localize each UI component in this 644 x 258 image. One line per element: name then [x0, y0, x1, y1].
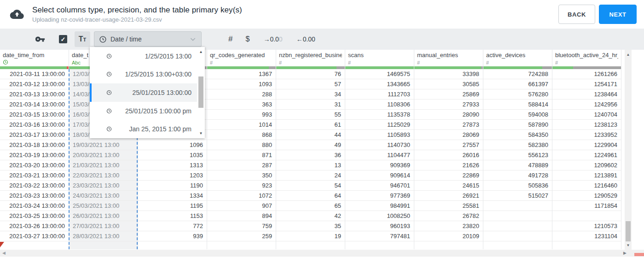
header-actions: BACK NEXT — [558, 5, 637, 24]
table-cell-partial — [345, 241, 414, 249]
menu-item-label: 25/01/2015 13:00:00 — [112, 89, 197, 96]
text-type-button[interactable]: Tt — [75, 31, 90, 47]
number-type-icon: # — [486, 59, 549, 66]
page-title: Select columns type, precision, and the … — [32, 6, 242, 15]
column-nzbn_registered_busine: nzbn_registered_busine#76573431556144493… — [276, 50, 345, 249]
scroll-down-arrow-icon[interactable]: ▼ — [625, 243, 632, 247]
number-type-button[interactable]: # — [228, 35, 232, 44]
table-cell: 1290529 — [552, 191, 621, 201]
column-name: bluetooth_active_24_hr_ — [555, 52, 618, 59]
datetime-format-dropdown[interactable]: Date / time — [94, 31, 202, 47]
vertical-scrollbar-thumb[interactable] — [626, 221, 631, 241]
boolean-type-checkbox-icon[interactable]: ✓ — [59, 35, 67, 43]
next-button[interactable]: NEXT — [599, 5, 637, 24]
table-cell: 587890 — [483, 120, 552, 130]
column-header[interactable]: date_time_from — [0, 50, 69, 66]
table-cell: 65 — [276, 201, 345, 211]
scroll-right-arrow-icon[interactable]: ▶ — [623, 250, 627, 257]
clock-icon — [106, 90, 112, 95]
table-cell: 1240704 — [552, 110, 621, 120]
scroll-up-arrow-icon[interactable]: ▲ — [625, 53, 632, 57]
table-cell: 21/03/2021 13:00 — [70, 160, 137, 170]
table-cell: 1224961 — [552, 150, 621, 160]
column-header[interactable]: manual_entries# — [414, 50, 483, 66]
horizontal-scrollbar[interactable]: ◀ ▶ — [0, 250, 644, 257]
table-cell: 25869 — [414, 89, 483, 100]
menu-item[interactable]: Jan 25, 2015 1:00 pm — [90, 120, 197, 138]
menu-item-label: 25/01/2015 1:00:00 pm — [112, 107, 197, 115]
vertical-scrollbar[interactable]: ▲ ▼ — [625, 50, 632, 250]
table-cell: 33398 — [414, 69, 483, 79]
table-cell: 984991 — [345, 201, 414, 211]
currency-type-button[interactable]: $ — [245, 35, 249, 43]
quality-segment-green — [276, 66, 337, 69]
table-cell: 1254171 — [552, 79, 621, 89]
table-cell: 2021-03-11 13:00:00 — [0, 69, 69, 79]
table-cell: 57 — [276, 79, 345, 89]
increase-precision-label: →0.0 — [263, 35, 278, 43]
table-cell: 2021-03-18 13:00:00 — [0, 140, 69, 150]
table-cell: 1242956 — [552, 100, 621, 110]
column-name: scans — [348, 52, 411, 59]
scroll-left-arrow-icon[interactable]: ◀ — [2, 250, 6, 257]
column-header[interactable]: bluetooth_active_24_hr_# — [552, 50, 621, 66]
table-cell: 1313 — [138, 160, 207, 170]
number-type-icon: # — [210, 59, 273, 66]
table-cell: 20/03/2021 13:00 — [70, 150, 137, 160]
menu-item[interactable]: 25/01/2015 1:00:00 pm — [90, 102, 197, 120]
table-cell: 1203 — [138, 170, 207, 181]
decrease-precision-button[interactable]: ←0.00 — [296, 35, 315, 43]
menu-scrollbar-thumb[interactable] — [198, 76, 203, 108]
datetime-format-menu: 1/25/2015 13:001/25/2015 13:00+03:0025/0… — [90, 47, 205, 138]
column-cells: 3339830585258692793328090278732806927557… — [414, 69, 483, 249]
table-cell: 1135378 — [345, 110, 414, 120]
column-header[interactable]: active_devices# — [483, 50, 552, 66]
increase-precision-button[interactable]: →0.00 — [263, 35, 282, 43]
column-header[interactable]: qr_codes_generated# — [207, 50, 276, 66]
menu-scroll-down-icon[interactable]: ▼ — [197, 131, 205, 135]
column-cells: 2021-03-11 13:00:002021-03-12 13:00:0020… — [0, 69, 69, 249]
increase-precision-faded-digit: 0 — [279, 35, 283, 43]
back-button[interactable]: BACK — [558, 5, 595, 24]
table-cell: 505836 — [483, 181, 552, 191]
table-cell — [483, 211, 552, 221]
menu-scroll-up-icon[interactable]: ▲ — [197, 50, 205, 54]
table-cell: 2021-03-26 13:00:00 — [0, 221, 69, 231]
column-header[interactable]: nzbn_registered_busine# — [276, 50, 345, 66]
table-cell: 2021-03-15 13:00:00 — [0, 110, 69, 120]
table-cell: 19 — [276, 231, 345, 241]
table-cell: 491728 — [483, 170, 552, 181]
table-cell: 1105893 — [345, 130, 414, 140]
menu-item[interactable]: 25/01/2015 13:00:00 — [90, 83, 197, 102]
table-cell: 25/03/2021 13:00 — [70, 201, 137, 211]
menu-item[interactable]: 1/25/2015 13:00+03:00 — [90, 65, 197, 84]
datetime-type-icon — [3, 59, 66, 66]
number-type-icon: # — [555, 59, 618, 66]
menu-item[interactable]: 1/25/2015 13:00 — [90, 47, 197, 65]
column-qr_codes_generated: qr_codes_generated#136710932883639931014… — [207, 50, 276, 249]
table-cell: 1190 — [138, 181, 207, 191]
quality-segment-green — [552, 66, 573, 69]
table-cell: 1209602 — [552, 160, 621, 170]
header-text: Select columns type, precision, and the … — [32, 6, 242, 23]
table-cell: 21626 — [414, 160, 483, 170]
menu-scrollbar[interactable]: ▲ ▼ — [197, 47, 205, 138]
table-cell: 1233952 — [552, 130, 621, 140]
table-cell: 28090 — [414, 110, 483, 120]
primary-key-icon[interactable] — [35, 34, 45, 44]
table-cell: 1125029 — [345, 120, 414, 130]
quality-segment-gray — [481, 66, 483, 69]
table-cell: 23/03/2021 13:00 — [70, 181, 137, 191]
table-cell: 2021-03-16 13:00:00 — [0, 120, 69, 130]
table-cell: 1014 — [207, 120, 276, 130]
table-cell: 2021-03-20 13:00:00 — [0, 160, 69, 170]
column-header[interactable]: scans# — [345, 50, 414, 66]
table-cell: 1153 — [138, 211, 207, 221]
table-cell: 28/03/2021 13:00 — [70, 231, 137, 241]
table-cell: 61 — [276, 120, 345, 130]
table-cell: 1072 — [207, 191, 276, 201]
table-cell: 22869 — [414, 170, 483, 181]
column-name: active_devices — [486, 52, 549, 59]
column-scans: scans#1469575134366511127031108306113537… — [345, 50, 414, 249]
table-cell: 923 — [207, 181, 276, 191]
